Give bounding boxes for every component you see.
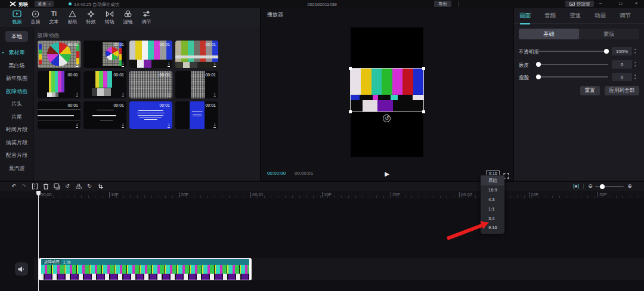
tab-audio[interactable]: 音频	[26, 10, 45, 25]
media-thumbnail[interactable]: 00:01↓	[175, 101, 218, 129]
media-thumbnail[interactable]: 00:01↓	[83, 101, 126, 129]
ratio-option-original[interactable]: 原始	[481, 176, 504, 185]
rotate-handle-icon[interactable]: ↺	[383, 114, 391, 122]
download-icon[interactable]: ↓	[213, 92, 216, 97]
tab-animation[interactable]: 动画	[595, 12, 606, 20]
sidebar-item-intro[interactable]: 片头	[11, 98, 22, 111]
step-up-icon[interactable]: ▲	[634, 48, 636, 51]
opacity-slider[interactable]	[537, 51, 608, 52]
slider-thumb[interactable]	[536, 62, 541, 67]
selection-handle[interactable]	[349, 110, 352, 113]
download-icon[interactable]: ↓	[76, 92, 78, 97]
download-icon[interactable]: ↓	[213, 61, 216, 67]
minimize-button[interactable]: −	[596, 1, 605, 6]
export-button[interactable]: 导出	[434, 1, 451, 7]
playhead-line[interactable]	[38, 191, 39, 291]
ratio-option-1-1[interactable]: 1:1	[481, 204, 504, 213]
tab-audio-props[interactable]: 音频	[544, 12, 556, 20]
timeline-ruler[interactable]: 00:00 10F 20F 00:01 10F 20F 00:02 10F 20…	[0, 191, 644, 199]
media-thumbnail[interactable]: 00:01↓	[129, 41, 172, 68]
freeze-frame-icon[interactable]	[52, 182, 61, 190]
play-button[interactable]: ▶	[385, 171, 389, 177]
tab-filter[interactable]: 滤镜	[119, 10, 137, 25]
timeline-zoom-out-icon[interactable]: ⊖	[586, 182, 595, 190]
timeline-clip[interactable]: 故障动画 1.9s	[39, 258, 252, 280]
selection-handle[interactable]	[422, 110, 425, 113]
download-icon[interactable]: ↓	[122, 122, 124, 128]
sidebar-item-library[interactable]: ▾ 素材库	[9, 47, 25, 60]
tab-transition[interactable]: 转场	[100, 10, 119, 25]
slim-face-value[interactable]: 0	[612, 73, 632, 81]
smooth-skin-slider[interactable]	[537, 64, 608, 65]
split-icon[interactable]	[30, 182, 39, 190]
subtab-basic[interactable]: 基础	[519, 29, 579, 39]
opacity-value[interactable]: 100%	[612, 47, 632, 55]
media-thumbnail[interactable]: 00:01↓	[83, 71, 126, 98]
download-icon[interactable]: ↓	[168, 61, 170, 67]
tab-adjust[interactable]: 调节	[137, 10, 156, 25]
mirror-icon[interactable]	[75, 182, 83, 190]
close-button[interactable]: ×	[632, 1, 640, 6]
download-icon[interactable]: ↓	[168, 122, 170, 128]
sidebar-item-funny[interactable]: 搞笑片段	[6, 137, 27, 150]
delete-icon[interactable]	[42, 182, 50, 190]
ratio-option-16-9[interactable]: 16:9	[481, 185, 504, 195]
tab-speed[interactable]: 变速	[569, 12, 581, 20]
mute-track-button[interactable]	[15, 262, 28, 275]
step-down-icon[interactable]: ▼	[634, 65, 636, 68]
step-up-icon[interactable]: ▲	[634, 74, 636, 77]
tab-adjustment[interactable]: 调节	[620, 12, 631, 20]
sidebar-item-newyear[interactable]: 新年氛围	[6, 72, 27, 85]
ratio-option-4-3[interactable]: 4:3	[481, 195, 504, 205]
media-thumbnail[interactable]: 00:01↓	[38, 41, 80, 68]
download-icon[interactable]: ↓	[168, 92, 170, 97]
zoom-slider-thumb[interactable]	[600, 184, 605, 189]
selection-handle[interactable]	[422, 67, 425, 70]
sidebar-item-dubbing[interactable]: 配音片段	[6, 149, 27, 162]
timeline-zoom-in-icon[interactable]: ⊕	[626, 182, 634, 190]
maximize-button[interactable]: □	[617, 1, 625, 6]
media-thumbnail[interactable]: 00:01↓	[175, 71, 218, 98]
download-icon[interactable]: ↓	[122, 61, 124, 67]
subtab-mask[interactable]: 蒙版	[579, 29, 639, 39]
redo-icon[interactable]: ↷	[20, 182, 28, 190]
slim-face-slider[interactable]	[537, 76, 608, 78]
sidebar-item-vaporwave[interactable]: 蒸汽波	[9, 162, 25, 175]
auto-snap-icon[interactable]	[572, 182, 580, 190]
tab-picture[interactable]: 画面	[519, 12, 531, 20]
rotate-icon[interactable]: ↻	[85, 182, 94, 190]
shortcuts-button[interactable]: 快捷键	[565, 1, 594, 7]
media-thumbnail[interactable]: 00:01↓	[129, 101, 172, 129]
media-thumbnail[interactable]: 00:01↓	[38, 71, 80, 98]
opacity-stepper[interactable]: ▲▼	[634, 48, 636, 55]
slider-thumb[interactable]	[536, 75, 541, 79]
step-down-icon[interactable]: ▼	[634, 78, 636, 81]
menu-button[interactable]: 菜单 ∨	[35, 1, 54, 7]
preview-clip-selection[interactable]	[351, 69, 423, 112]
sidebar-item-local[interactable]: 本地	[5, 31, 28, 42]
download-icon[interactable]: ↓	[213, 122, 216, 128]
sidebar-item-time[interactable]: 时间片段	[6, 123, 27, 137]
sidebar-item-blackwhite[interactable]: 黑白场	[9, 60, 25, 73]
selection-handle[interactable]	[349, 67, 352, 70]
media-thumbnail[interactable]: 00:01↓	[175, 41, 218, 68]
reset-button[interactable]: 重置	[580, 86, 600, 95]
undo-icon[interactable]: ↶	[10, 182, 18, 190]
tab-video[interactable]: 视频	[8, 10, 26, 25]
media-thumbnail[interactable]: 00:01↓	[129, 71, 172, 98]
step-down-icon[interactable]: ▼	[634, 52, 636, 55]
download-icon[interactable]: ↓	[76, 61, 78, 67]
sidebar-item-outro[interactable]: 片尾	[11, 111, 22, 124]
download-icon[interactable]: ↓	[76, 122, 78, 128]
tab-sticker[interactable]: 贴纸	[63, 10, 82, 25]
smooth-skin-value[interactable]: 0	[612, 60, 632, 69]
apply-all-button[interactable]: 应用到全部	[605, 86, 640, 95]
reverse-icon[interactable]: ↺	[63, 182, 72, 190]
ratio-option-9-16[interactable]: ✓ 9:16	[481, 223, 504, 233]
step-up-icon[interactable]: ▲	[634, 61, 636, 64]
preview-canvas[interactable]: ↺	[351, 27, 423, 157]
sidebar-item-glitch[interactable]: 故障动画	[6, 85, 27, 98]
smooth-skin-stepper[interactable]: ▲▼	[634, 61, 636, 68]
media-thumbnail[interactable]: 00:01↓	[83, 41, 126, 68]
tab-effects[interactable]: 特效	[82, 10, 100, 25]
